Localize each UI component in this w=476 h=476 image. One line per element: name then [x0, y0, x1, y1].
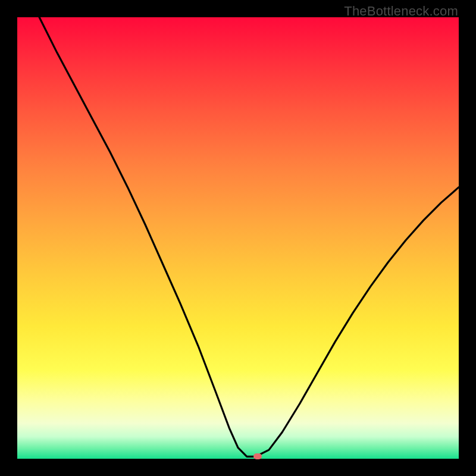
curve-path: [39, 17, 459, 456]
watermark-text: TheBottleneck.com: [344, 4, 458, 19]
chart-frame: TheBottleneck.com: [0, 0, 476, 476]
bottleneck-curve: [17, 17, 459, 459]
optimum-marker: [253, 453, 262, 459]
